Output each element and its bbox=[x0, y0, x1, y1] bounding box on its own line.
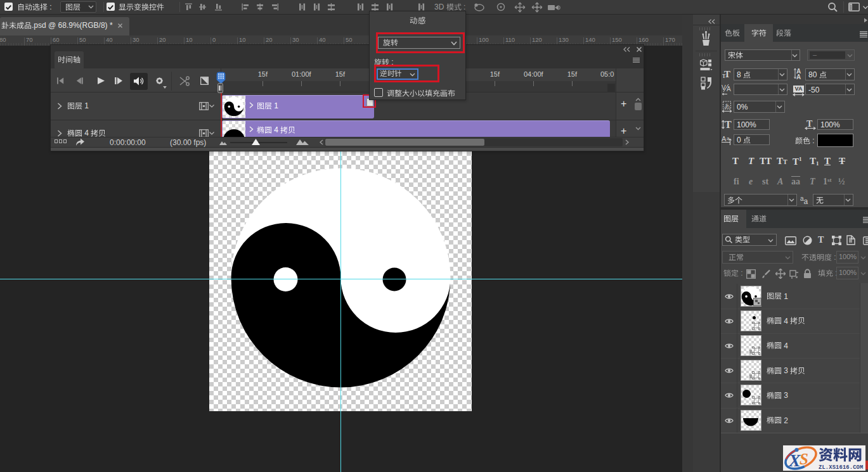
svg-text:T: T bbox=[725, 119, 732, 130]
svg-text:T: T bbox=[722, 73, 726, 79]
svg-text:A: A bbox=[722, 135, 727, 143]
svg-text:V: V bbox=[722, 84, 726, 91]
svg-text:S: S bbox=[800, 450, 808, 468]
svg-text:T: T bbox=[806, 119, 813, 129]
svg-text:A: A bbox=[796, 73, 801, 80]
svg-text:a: a bbox=[727, 136, 730, 141]
svg-text:あ: あ bbox=[725, 103, 730, 109]
